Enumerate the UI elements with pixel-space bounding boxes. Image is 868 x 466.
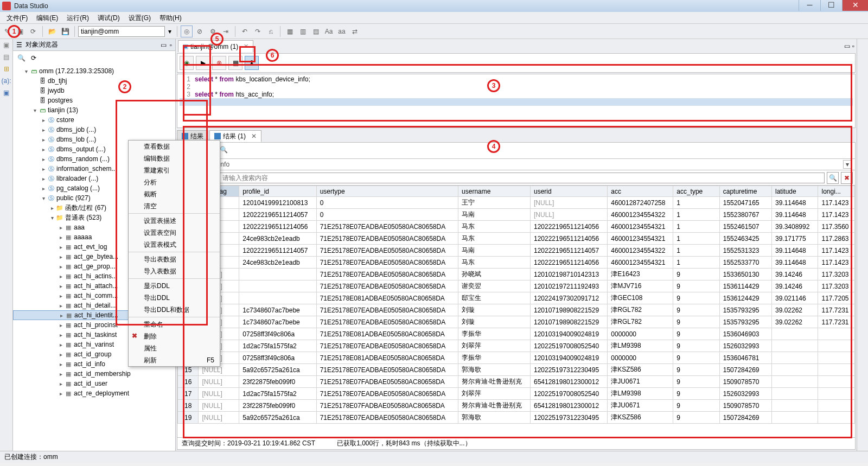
save-icon[interactable]: 💾	[59, 25, 71, 37]
fetch-status: 已获取1,000行，耗时843 ms（持续获取中...）	[337, 439, 471, 448]
menu-item[interactable]: 文件(F)	[2, 12, 32, 23]
minimize-panel-icon[interactable]: ▭	[161, 41, 167, 49]
context-menu-item[interactable]: 重建索引	[129, 164, 220, 176]
stop-button[interactable]: ⊗	[212, 56, 226, 70]
object-explorer: ☰ 对象浏览器 ▭ ▫ 🔍 ⟳ ▾omm (17.22.139.3:25308)…	[13, 39, 176, 451]
context-menu-item[interactable]: 设置表描述	[129, 215, 220, 227]
context-menu-item[interactable]: 清空	[129, 200, 220, 212]
dock-icon[interactable]: (a):	[2, 77, 11, 87]
menu-item[interactable]: 帮助(H)	[155, 12, 186, 23]
close-panel-icon[interactable]: ▫	[170, 41, 172, 49]
context-menu-item[interactable]: 重命名	[129, 318, 220, 330]
tree-item[interactable]: ▸dbms_job (...)	[13, 125, 175, 135]
toolbar-icon[interactable]: ▥	[297, 25, 309, 37]
context-menu-item[interactable]: 导入表数据	[129, 265, 220, 277]
search-button[interactable]: 🔍	[827, 172, 839, 184]
tree-item[interactable]: ▸act_re_deployment	[13, 388, 175, 398]
context-menu-item[interactable]: 编辑数据	[129, 152, 220, 164]
table-context-menu[interactable]: 查看数据编辑数据重建索引分析截断清空设置表描述设置表空间设置表模式导出表数据导入…	[128, 140, 220, 367]
left-dock: ▣ ▤ ⊞ (a): ▣	[0, 39, 13, 451]
context-menu-item[interactable]: 截断	[129, 188, 220, 200]
toolbar-icon[interactable]: ▦	[284, 25, 296, 37]
tree-item[interactable]: ▾omm (17.22.139.3:25308)	[13, 66, 175, 76]
result-icon	[182, 133, 188, 139]
minimize-button[interactable]: ─	[799, 0, 820, 11]
window-title: Data Studio	[14, 2, 48, 10]
close-button[interactable]: ✕	[842, 0, 868, 11]
tree-item[interactable]: postgres	[13, 95, 175, 105]
dock-icon[interactable]: ▤	[2, 53, 11, 63]
tree-item[interactable]: ▾tianjin (13)	[13, 105, 175, 115]
expand-icon[interactable]: ▾	[843, 160, 852, 169]
context-menu-item[interactable]: 刷新F5	[129, 354, 220, 366]
context-menu-item[interactable]: 设置表模式	[129, 239, 220, 251]
menubar: 文件(F)编辑(E)运行(R)调试(D)设置(G)帮助(H)	[0, 12, 868, 24]
toolbar-icon[interactable]: ⚙	[207, 25, 219, 37]
toolbar-icon[interactable]: ▣	[14, 25, 26, 37]
connection-select[interactable]	[78, 26, 165, 37]
explain-button[interactable]: ▦	[228, 56, 242, 70]
toolbar-icon[interactable]: ⇥	[220, 25, 232, 37]
search-icon[interactable]: 🔍	[17, 54, 25, 62]
results-panel: 结果 结果 (1) ✕ ⬇ ▣ SQL 🔍 rom hts_acc_info ▾…	[177, 129, 856, 450]
editor-area: ▣ tianjin@omm (1) ✕ ▭ ▫ ◉ ▶ ⊗ ▦ ⬇ 1selec…	[176, 39, 857, 451]
context-menu-item[interactable]: 查看数据	[129, 141, 220, 152]
editor-tab[interactable]: ▣ tianjin@omm (1) ✕	[178, 40, 253, 52]
editor-tab-label: tianjin@omm (1)	[190, 43, 238, 50]
context-menu-item[interactable]: ✖删除	[129, 330, 220, 342]
context-menu-item[interactable]: 导出表数据	[129, 253, 220, 265]
export-button[interactable]: ⬇	[245, 56, 259, 70]
clear-search-button[interactable]: ✖	[841, 172, 853, 184]
titlebar: Data Studio ─ ☐ ✕	[0, 0, 868, 12]
context-menu-item[interactable]: 显示DDL	[129, 280, 220, 292]
menu-item[interactable]: 设置(G)	[124, 12, 155, 23]
result-grid[interactable]: warnflagprofile_idusertypeusernameuserid…	[177, 186, 856, 438]
new-connection-icon[interactable]: ✎	[1, 25, 13, 37]
status-text: 已创建连接：omm	[4, 452, 58, 462]
menu-item[interactable]: 运行(R)	[62, 12, 93, 23]
statusbar: 已创建连接：omm	[0, 451, 868, 463]
tree-item[interactable]: ▸act_id_user	[13, 379, 175, 388]
editor-toolbar: ◉ ▶ ⊗ ▦ ⬇	[177, 53, 856, 73]
context-menu-item[interactable]: 导出DDL和数据	[129, 304, 220, 316]
context-menu-item[interactable]: 设置表空间	[129, 227, 220, 239]
sql-file-icon: ▣	[183, 43, 188, 50]
toolbar-icon[interactable]: ▤	[310, 25, 322, 37]
run-button[interactable]: ◉	[180, 56, 194, 70]
tree-item[interactable]: ▸act_id_membership	[13, 369, 175, 379]
menu-item[interactable]: 编辑(E)	[32, 12, 62, 23]
main-toolbar: ✎ ▣ ⟳ 📂 💾 ▾ ◎ ⊘ ⚙ ⇥ ↶ ↷ ⎌ ▦ ▥ ▤ Aa aa ⇄	[0, 24, 868, 39]
toolbar-icon[interactable]: ⎌	[265, 25, 277, 37]
maximize-button[interactable]: ☐	[820, 0, 842, 11]
run-new-button[interactable]: ▶	[196, 56, 210, 70]
toolbar-icon[interactable]: ↶	[239, 25, 251, 37]
close-tab-icon[interactable]: ✕	[251, 132, 257, 140]
sql-editor[interactable]: 1select * from kbs_location_device_info;…	[177, 74, 856, 128]
toolbar-icon[interactable]: Aa	[323, 25, 335, 37]
menu-item[interactable]: 调试(D)	[93, 12, 124, 23]
dock-icon[interactable]: ⊞	[2, 65, 11, 75]
refresh-icon[interactable]: ⟳	[31, 54, 36, 62]
toolbar-icon[interactable]: ⟳	[27, 25, 39, 37]
toolbar-icon[interactable]: aa	[336, 25, 348, 37]
context-menu-item[interactable]: 导出DDL	[129, 292, 220, 304]
close-tab-icon[interactable]: ✕	[244, 43, 248, 50]
open-icon[interactable]: 📂	[46, 25, 58, 37]
toolbar-icon[interactable]: ⊘	[194, 25, 206, 37]
tree-item[interactable]: db_tjhj	[13, 76, 175, 86]
query-submit-time: 查询提交时间：2019-03-21 10:19:41.862 CST	[182, 439, 315, 448]
context-menu-item[interactable]: 分析	[129, 176, 220, 188]
toolbar-icon[interactable]: ⇄	[349, 25, 361, 37]
tree-item[interactable]: jwydb	[13, 86, 175, 95]
context-menu-item[interactable]: 属性	[129, 342, 220, 354]
toolbar-icon[interactable]: ↷	[252, 25, 264, 37]
result-status: 查询提交时间：2019-03-21 10:19:41.862 CST 已获取1,…	[177, 438, 856, 450]
menu-icon[interactable]: ☰	[16, 41, 22, 49]
explorer-title: 对象浏览器	[25, 40, 157, 49]
dock-icon[interactable]: ▣	[2, 89, 11, 99]
dock-icon[interactable]: ▣	[2, 41, 11, 51]
panel-controls[interactable]: ▭ ▫	[842, 40, 857, 52]
tree-item[interactable]: ▸cstore	[13, 115, 175, 125]
toolbar-icon[interactable]: ◎	[181, 25, 193, 37]
search-input[interactable]	[220, 173, 825, 183]
